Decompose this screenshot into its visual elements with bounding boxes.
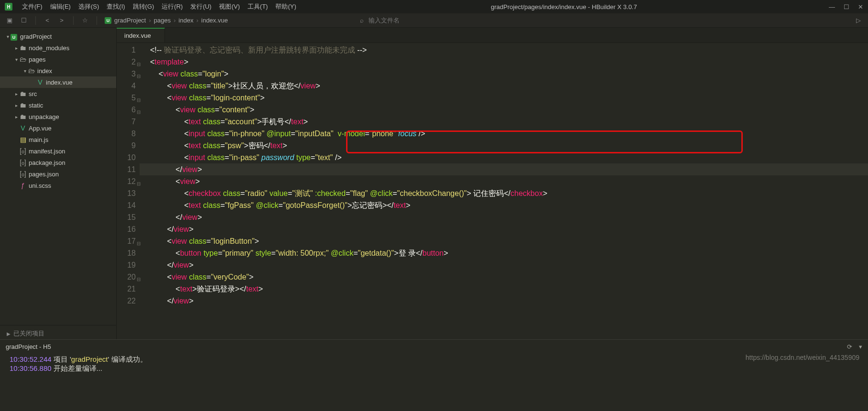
tree-item[interactable]: [o]pages.json	[0, 168, 116, 180]
tree-item[interactable]: ▸🖿unpackage	[0, 111, 116, 122]
editor-area: index.vue 12⊟3⊟45⊟6⊟789101112⊟1314151617…	[117, 28, 868, 339]
code-editor[interactable]: 12⊟3⊟45⊟6⊟789101112⊟1314151617⊟181920⊟21…	[117, 43, 868, 339]
console-collapse-icon[interactable]: ▾	[859, 343, 862, 350]
tree-arrow-icon[interactable]	[13, 183, 19, 188]
menu-item[interactable]: 文件(F)	[19, 1, 45, 12]
chevron-right-icon: ▶	[7, 331, 11, 336]
console-output[interactable]: 10:30:52.244 项目 'gradProject' 编译成功。10:30…	[0, 353, 868, 411]
tree-item-label: src	[29, 90, 37, 97]
tree-arrow-icon[interactable]: ▾	[22, 68, 28, 74]
code-content[interactable]: <!-- 验证码登录、忘记密码、新用户注册跳转界面功能未完成 --><templ…	[140, 43, 547, 339]
tree-item[interactable]: [o]package.json	[0, 157, 116, 168]
new-file-icon[interactable]: ▣	[6, 17, 13, 24]
toolbar-separator	[97, 16, 97, 25]
tree-arrow-icon[interactable]	[13, 172, 19, 177]
menu-item[interactable]: 运行(R)	[159, 1, 185, 12]
menu-item[interactable]: 跳转(G)	[130, 1, 157, 12]
tab-index-vue[interactable]: index.vue	[117, 28, 165, 43]
minimize-icon[interactable]: —	[829, 3, 835, 11]
console-panel: gradProject - H5 ⟳ ▾ 10:30:52.244 项目 'gr…	[0, 339, 868, 411]
window-title: gradProject/pages/index/index.vue - HBui…	[299, 3, 829, 11]
tree-arrow-icon[interactable]: ▸	[13, 91, 19, 97]
preview-icon[interactable]: ▷	[855, 17, 862, 24]
toolbar-separator	[73, 16, 74, 25]
tree-item[interactable]: ▾🗁pages	[0, 54, 116, 65]
tree-arrow-icon[interactable]	[13, 126, 19, 131]
tree-arrow-icon[interactable]	[13, 137, 19, 142]
tree-item[interactable]: VApp.vue	[0, 122, 116, 134]
tree-item[interactable]: ƒuni.scss	[0, 180, 116, 191]
menu-item[interactable]: 工具(T)	[245, 1, 271, 12]
breadcrumb: U gradProject › pages › index › index.vu…	[105, 17, 228, 24]
tree-item-label: main.js	[29, 136, 48, 143]
app-logo-icon: H	[5, 3, 12, 11]
tree-arrow-icon[interactable]	[31, 80, 36, 85]
tree-item[interactable]: ▸🖿static	[0, 99, 116, 111]
tree-item[interactable]: ▾UgradProject	[0, 31, 116, 42]
tree-arrow-icon[interactable]: ▸	[13, 45, 19, 51]
menu-item[interactable]: 选择(S)	[76, 1, 102, 12]
tree-arrow-icon[interactable]: ▾	[5, 34, 11, 39]
nav-forward-icon[interactable]: >	[58, 17, 65, 24]
tree-item[interactable]: Vindex.vue	[0, 76, 116, 88]
menu-item[interactable]: 查找(I)	[104, 1, 128, 12]
close-icon[interactable]: ✕	[858, 3, 863, 11]
toolbar: ▣ ☐ < > ☆ U gradProject › pages › index …	[0, 13, 868, 28]
vue-icon: V	[36, 78, 44, 86]
search-input[interactable]	[369, 17, 455, 24]
breadcrumb-item[interactable]: index	[179, 17, 194, 24]
tree-item[interactable]: ▾🗁index	[0, 65, 116, 76]
json-icon: [o]	[19, 147, 27, 155]
console-refresh-icon[interactable]: ⟳	[847, 343, 852, 350]
tree-arrow-icon[interactable]	[13, 149, 19, 154]
menu-item[interactable]: 发行(U)	[187, 1, 214, 12]
menu-item[interactable]: 视图(V)	[216, 1, 242, 12]
tree-item[interactable]: ▸🖿src	[0, 88, 116, 99]
folder-icon: 🖿	[19, 101, 27, 109]
tree-item[interactable]: ▤main.js	[0, 134, 116, 145]
toolbar-separator	[35, 16, 36, 25]
breadcrumb-item[interactable]: pages	[154, 17, 171, 24]
tree-arrow-icon[interactable]: ▸	[13, 103, 19, 108]
folder-open-icon: 🗁	[28, 67, 35, 75]
scss-icon: ƒ	[19, 182, 27, 189]
tree-item-label: pages.json	[29, 171, 59, 178]
json-icon: [o]	[19, 159, 27, 166]
menu-item[interactable]: 帮助(Y)	[272, 1, 299, 12]
breadcrumb-item[interactable]: index.vue	[201, 17, 228, 24]
folder-icon: 🖿	[19, 90, 27, 97]
app-icon: U	[11, 32, 18, 41]
tree-item-label: package.json	[29, 159, 65, 166]
nav-back-icon[interactable]: <	[43, 17, 51, 24]
tree-item-label: static	[29, 102, 43, 109]
search-icon: ⌕	[360, 17, 364, 24]
sidebar: ▾UgradProject▸🖿node_modules▾🗁pages▾🗁inde…	[0, 28, 117, 339]
watermark-text: https://blog.csdn.net/weixin_44135909	[746, 354, 859, 361]
tree-item[interactable]: ▸🖿node_modules	[0, 42, 116, 54]
maximize-icon[interactable]: ☐	[844, 3, 849, 11]
tree-item-label: manifest.json	[29, 148, 65, 155]
tab-label: index.vue	[124, 32, 151, 39]
closed-projects-label: 已关闭项目	[13, 329, 44, 338]
folder-icon: 🖿	[19, 44, 27, 52]
breadcrumb-item[interactable]: gradProject	[114, 17, 146, 24]
tree-arrow-icon[interactable]	[13, 160, 19, 165]
chevron-right-icon: ›	[196, 17, 198, 24]
tree-item-label: uni.scss	[29, 182, 51, 189]
console-title: gradProject - H5	[6, 343, 51, 350]
tree-item-label: node_modules	[29, 44, 69, 52]
tree-item-label: App.vue	[29, 125, 52, 132]
tree-item[interactable]: [o]manifest.json	[0, 145, 116, 157]
menu-item[interactable]: 编辑(E)	[47, 1, 74, 12]
chevron-right-icon: ›	[174, 17, 175, 24]
favorite-icon[interactable]: ☆	[81, 17, 89, 24]
vue-icon: V	[19, 124, 27, 132]
save-icon[interactable]: ☐	[20, 17, 28, 24]
tree-arrow-icon[interactable]: ▸	[13, 114, 19, 119]
workspace: ▾UgradProject▸🖿node_modules▾🗁pages▾🗁inde…	[0, 28, 868, 339]
file-search: ⌕	[360, 17, 455, 24]
closed-projects[interactable]: ▶ 已关闭项目	[0, 325, 116, 339]
tree-arrow-icon[interactable]: ▾	[13, 57, 19, 62]
tree-item-label: pages	[29, 56, 45, 63]
titlebar: H 文件(F)编辑(E)选择(S)查找(I)跳转(G)运行(R)发行(U)视图(…	[0, 0, 868, 13]
